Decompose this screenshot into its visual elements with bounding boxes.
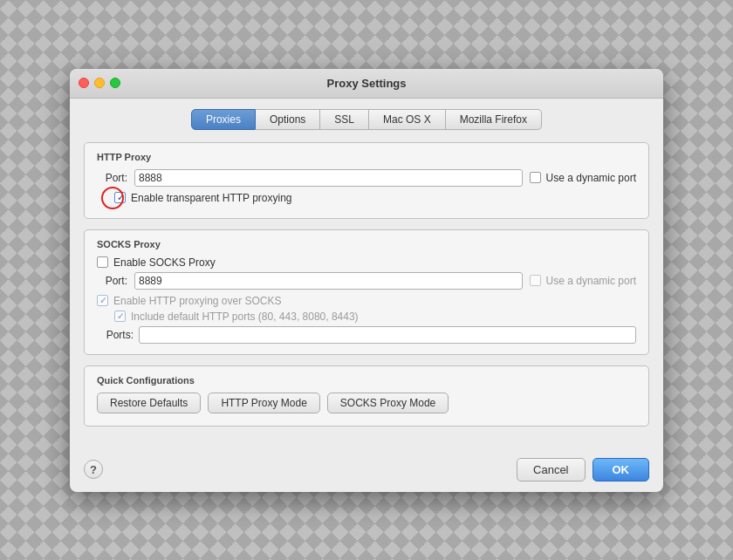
quick-config-buttons: Restore Defaults HTTP Proxy Mode SOCKS P…: [97, 393, 636, 413]
socks-ports-row: Ports:: [97, 326, 636, 344]
socks-ports-input[interactable]: [139, 326, 636, 344]
socks-dynamic-port-checkbox[interactable]: [530, 275, 541, 286]
traffic-lights: [79, 78, 120, 88]
http-proxy-section: HTTP Proxy Port: Use a dynamic port Enab…: [84, 142, 649, 219]
maximize-button[interactable]: [110, 78, 120, 88]
http-dynamic-port-checkbox[interactable]: [530, 172, 541, 183]
http-port-label: Port:: [97, 172, 127, 184]
transparent-proxy-label: Enable transparent HTTP proxying: [131, 192, 292, 204]
enable-socks-row: Enable SOCKS Proxy: [97, 256, 636, 269]
http-over-socks-checkbox[interactable]: [97, 295, 108, 306]
http-port-row: Port: Use a dynamic port: [97, 169, 636, 187]
socks-proxy-section: SOCKS Proxy Enable SOCKS Proxy Port: Use…: [84, 229, 649, 355]
tab-macosx[interactable]: Mac OS X: [369, 109, 446, 130]
action-buttons: Cancel OK: [517, 458, 649, 481]
transparent-proxy-row: Enable transparent HTTP proxying: [97, 192, 636, 204]
window-title: Proxy Settings: [326, 77, 406, 90]
socks-ports-label: Ports:: [97, 329, 134, 341]
socks-dynamic-port-row: Use a dynamic port: [530, 275, 636, 287]
proxy-settings-window: Proxy Settings Proxies Options SSL Mac O…: [70, 69, 663, 492]
close-button[interactable]: [79, 78, 89, 88]
http-dynamic-port-row: Use a dynamic port: [530, 172, 636, 184]
default-ports-row: Include default HTTP ports (80, 443, 808…: [114, 311, 636, 323]
socks-port-row: Port: Use a dynamic port: [97, 272, 636, 290]
window-content: Proxies Options SSL Mac OS X Mozilla Fir…: [70, 99, 663, 451]
quick-config-label: Quick Configurations: [97, 375, 636, 386]
http-proxy-mode-button[interactable]: HTTP Proxy Mode: [208, 393, 319, 413]
quick-config-section: Quick Configurations Restore Defaults HT…: [84, 365, 649, 427]
http-proxy-label: HTTP Proxy: [97, 152, 636, 162]
default-ports-label: Include default HTTP ports (80, 443, 808…: [131, 311, 359, 323]
help-button[interactable]: ?: [84, 460, 103, 479]
tab-bar: Proxies Options SSL Mac OS X Mozilla Fir…: [84, 109, 649, 130]
enable-socks-label: Enable SOCKS Proxy: [113, 256, 216, 269]
transparent-proxy-checkbox[interactable]: [114, 192, 126, 203]
http-port-input[interactable]: [134, 169, 523, 187]
socks-port-label: Port:: [97, 275, 127, 287]
tab-firefox[interactable]: Mozilla Firefox: [446, 109, 542, 130]
socks-proxy-label: SOCKS Proxy: [97, 239, 636, 249]
tab-ssl[interactable]: SSL: [320, 109, 369, 130]
socks-port-input[interactable]: [134, 272, 523, 290]
titlebar: Proxy Settings: [70, 69, 663, 99]
socks-dynamic-port-label: Use a dynamic port: [546, 275, 636, 287]
socks-proxy-mode-button[interactable]: SOCKS Proxy Mode: [327, 393, 449, 413]
enable-socks-checkbox[interactable]: [97, 256, 108, 268]
minimize-button[interactable]: [94, 78, 105, 88]
http-over-socks-row: Enable HTTP proxying over SOCKS: [97, 295, 636, 307]
tab-options[interactable]: Options: [256, 109, 320, 130]
bottom-bar: ? Cancel OK: [70, 451, 663, 492]
ok-button[interactable]: OK: [593, 458, 650, 481]
http-dynamic-port-label: Use a dynamic port: [546, 172, 636, 184]
tab-proxies[interactable]: Proxies: [191, 109, 256, 130]
default-ports-checkbox[interactable]: [114, 311, 126, 322]
restore-defaults-button[interactable]: Restore Defaults: [97, 393, 201, 413]
cancel-button[interactable]: Cancel: [517, 458, 585, 481]
http-over-socks-label: Enable HTTP proxying over SOCKS: [113, 295, 282, 307]
